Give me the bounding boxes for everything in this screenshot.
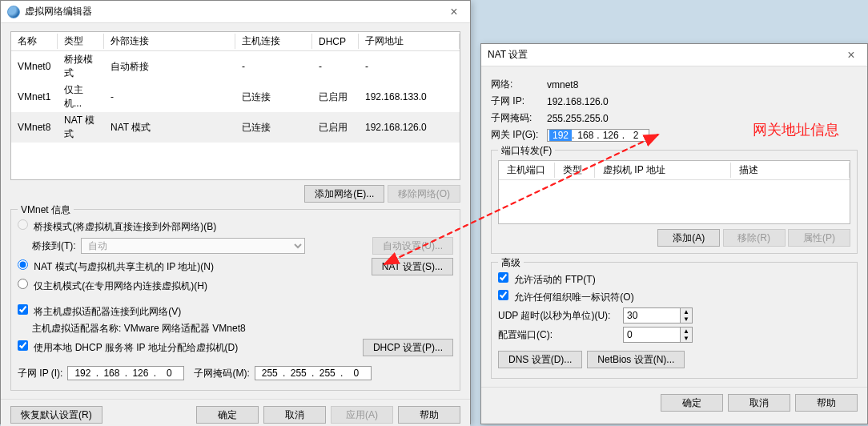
col-type[interactable]: 类型	[555, 161, 595, 180]
gateway-ip-input[interactable]: 192. 168. 126. 2	[547, 129, 649, 142]
add-network-button[interactable]: 添加网络(E)...	[304, 185, 384, 203]
radio-hostonly[interactable]: 仅主机模式(在专用网络内连接虚拟机)(H)	[18, 279, 207, 293]
port-forward-legend: 端口转发(F)	[498, 144, 555, 158]
cfg-port-input[interactable]: ▲▼	[623, 327, 693, 343]
mask-value: 255.255.255.0	[547, 113, 609, 124]
col-host[interactable]: 主机连接	[235, 32, 312, 51]
remove-button[interactable]: 移除(R)	[723, 229, 786, 247]
props-button[interactable]: 属性(P)	[788, 229, 850, 247]
spin-down-icon[interactable]: ▼	[681, 315, 692, 323]
netbios-settings-button[interactable]: NetBios 设置(N)...	[587, 351, 685, 368]
apply-button[interactable]: 应用(A)	[331, 406, 393, 424]
vnet-editor-dialog: 虚拟网络编辑器 × 名称 类型 外部连接 主机连接 DHCP 子网地址 VMne…	[0, 0, 471, 424]
cancel-button[interactable]: 取消	[728, 394, 790, 412]
col-type[interactable]: 类型	[58, 32, 104, 51]
bridgeto-label: 桥接到(T):	[32, 239, 76, 253]
help-button[interactable]: 帮助	[398, 406, 460, 424]
subnet-mask-input[interactable]: 255. 255. 255. 0	[255, 366, 372, 380]
vmnet-info-group: VMnet 信息 桥接模式(将虚拟机直接连接到外部网络)(B) 桥接到(T): …	[10, 209, 460, 391]
ok-button[interactable]: 确定	[196, 406, 259, 424]
table-row[interactable]: VMnet8NAT 模式NAT 模式已连接已启用192.168.126.0	[11, 112, 460, 143]
dhcp-settings-button[interactable]: DHCP 设置(P)...	[363, 339, 453, 356]
advanced-legend: 高级	[498, 256, 524, 270]
nat-settings-dialog: NAT 设置 × 网络:vmnet8 子网 IP:192.168.126.0 子…	[480, 43, 868, 424]
gateway-label: 网关 IP(G):	[491, 128, 542, 142]
spin-up-icon[interactable]: ▲	[681, 308, 692, 315]
udp-timeout-label: UDP 超时(以秒为单位)(U):	[498, 309, 618, 323]
radio-bridge[interactable]: 桥接模式(将虚拟机直接连接到外部网络)(B)	[18, 219, 216, 234]
dns-settings-button[interactable]: DNS 设置(D)...	[498, 351, 582, 368]
subnet-ip-input[interactable]: 192. 168. 126. 0	[67, 366, 184, 380]
network-table[interactable]: 名称 类型 外部连接 主机连接 DHCP 子网地址 VMnet0桥接模式自动桥接…	[10, 31, 460, 180]
remove-network-button[interactable]: 移除网络(O)	[388, 185, 460, 203]
subnet-mask-label: 子网掩码(M):	[194, 367, 249, 380]
col-name[interactable]: 名称	[11, 32, 58, 51]
col-ext[interactable]: 外部连接	[104, 32, 235, 51]
col-host-port[interactable]: 主机端口	[499, 161, 555, 180]
vmware-icon	[7, 6, 20, 18]
table-row[interactable]: VMnet0桥接模式自动桥接---	[11, 51, 460, 82]
net-label: 网络:	[491, 78, 542, 91]
vmnet-info-legend: VMnet 信息	[18, 203, 74, 217]
window-title: 虚拟网络编辑器	[25, 5, 444, 18]
cancel-button[interactable]: 取消	[263, 406, 326, 424]
check-anyorg[interactable]: 允许任何组织唯一标识符(O)	[498, 290, 634, 304]
port-forward-table[interactable]: 主机端口 类型 虚拟机 IP 地址 描述	[498, 160, 850, 224]
spin-up-icon[interactable]: ▲	[681, 328, 692, 335]
check-connect-host[interactable]: 将主机虚拟适配器连接到此网络(V)	[18, 304, 181, 319]
bridge-auto-button[interactable]: 自动设置(U)...	[372, 237, 453, 255]
add-button[interactable]: 添加(A)	[657, 229, 720, 247]
port-forward-group: 端口转发(F) 主机端口 类型 虚拟机 IP 地址 描述 添加(A) 移除(R)…	[491, 150, 858, 254]
check-ftp[interactable]: 允许活动的 FTP(T)	[498, 272, 596, 287]
nat-settings-button[interactable]: NAT 设置(S)...	[372, 258, 453, 275]
udp-timeout-input[interactable]: ▲▼	[623, 307, 693, 324]
advanced-group: 高级 允许活动的 FTP(T) 允许任何组织唯一标识符(O) UDP 超时(以秒…	[491, 262, 858, 379]
ok-button[interactable]: 确定	[661, 394, 723, 412]
col-subnet[interactable]: 子网地址	[359, 32, 460, 51]
close-icon[interactable]: ×	[444, 5, 464, 19]
col-dhcp[interactable]: DHCP	[312, 32, 359, 51]
col-vm-ip[interactable]: 虚拟机 IP 地址	[595, 161, 731, 180]
close-icon[interactable]: ×	[842, 48, 861, 62]
col-desc[interactable]: 描述	[731, 161, 850, 180]
titlebar: 虚拟网络编辑器 ×	[1, 1, 470, 23]
table-row[interactable]: VMnet1仅主机...-已连接已启用192.168.133.0	[11, 82, 460, 112]
subnet-label: 子网 IP:	[491, 94, 542, 108]
restore-defaults-button[interactable]: 恢复默认设置(R)	[10, 406, 102, 424]
cfg-port-label: 配置端口(C):	[498, 328, 618, 342]
radio-nat[interactable]: NAT 模式(与虚拟机共享主机的 IP 地址)(N)	[18, 259, 214, 274]
subnet-value: 192.168.126.0	[547, 96, 609, 107]
help-button[interactable]: 帮助	[795, 394, 858, 412]
window-title: NAT 设置	[488, 48, 842, 62]
spin-down-icon[interactable]: ▼	[681, 335, 692, 342]
check-use-dhcp[interactable]: 使用本地 DHCP 服务将 IP 地址分配给虚拟机(D)	[18, 340, 238, 355]
adapter-name-label: 主机虚拟适配器名称: VMware 网络适配器 VMnet8	[32, 322, 246, 336]
net-value: vmnet8	[547, 79, 578, 90]
subnet-ip-label: 子网 IP (I):	[18, 367, 62, 380]
titlebar: NAT 设置 ×	[481, 44, 867, 66]
bridge-select[interactable]: 自动	[81, 238, 305, 254]
mask-label: 子网掩码:	[491, 111, 542, 125]
